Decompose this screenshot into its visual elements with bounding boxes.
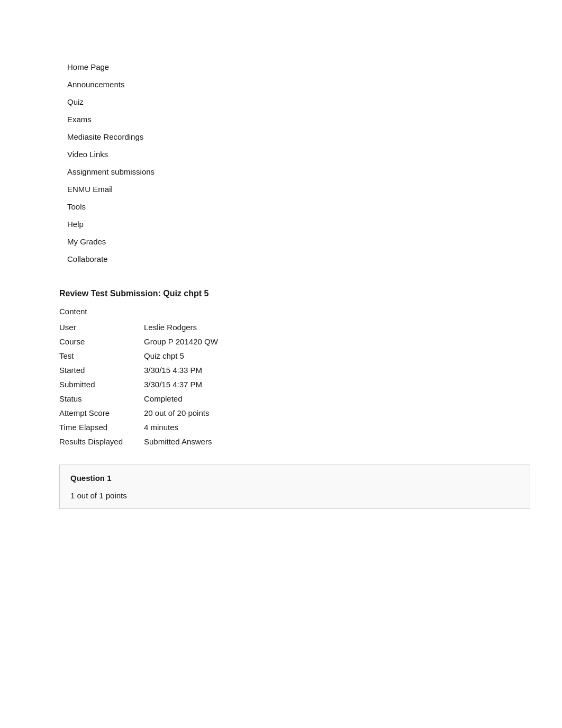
course-label: Course	[59, 337, 144, 346]
results-row: Results Displayed Submitted Answers	[59, 434, 530, 449]
elapsed-row: Time Elapsed 4 minutes	[59, 420, 530, 434]
status-label: Status	[59, 394, 144, 403]
test-value: Quiz chpt 5	[144, 351, 184, 360]
user-label: User	[59, 323, 144, 332]
elapsed-label: Time Elapsed	[59, 423, 144, 432]
submitted-row: Submitted 3/30/15 4:37 PM	[59, 377, 530, 392]
content-section: Review Test Submission: Quiz chpt 5 Cont…	[0, 289, 562, 509]
course-value: Group P 201420 QW	[144, 337, 218, 346]
nav-item-assignment-submissions[interactable]: Assignment submissions	[67, 163, 562, 180]
nav-item-collaborate[interactable]: Collaborate	[67, 250, 562, 268]
test-row: Test Quiz chpt 5	[59, 349, 530, 363]
content-label: Content	[59, 307, 530, 316]
started-row: Started 3/30/15 4:33 PM	[59, 363, 530, 377]
nav-item-my-grades[interactable]: My Grades	[67, 233, 562, 250]
status-value: Completed	[144, 394, 183, 403]
elapsed-value: 4 minutes	[144, 423, 178, 432]
nav-item-tools[interactable]: Tools	[67, 198, 562, 215]
submitted-label: Submitted	[59, 380, 144, 389]
attempt-row: Attempt Score 20 out of 20 points	[59, 406, 530, 420]
navigation-menu: Home PageAnnouncementsQuizExamsMediasite…	[0, 58, 562, 268]
question-box: Question 1 1 out of 1 points	[59, 465, 530, 509]
page-title: Review Test Submission: Quiz chpt 5	[59, 289, 530, 298]
nav-item-announcements[interactable]: Announcements	[67, 76, 562, 93]
nav-item-video-links[interactable]: Video Links	[67, 145, 562, 163]
status-row: Status Completed	[59, 392, 530, 406]
section-content-label: Content	[59, 307, 87, 316]
started-label: Started	[59, 366, 144, 375]
attempt-label: Attempt Score	[59, 408, 144, 417]
question-header: Question 1	[70, 474, 519, 483]
nav-item-exams[interactable]: Exams	[67, 111, 562, 128]
nav-item-quiz[interactable]: Quiz	[67, 93, 562, 111]
test-label: Test	[59, 351, 144, 360]
nav-item-home-page[interactable]: Home Page	[67, 58, 562, 76]
course-row: Course Group P 201420 QW	[59, 334, 530, 349]
nav-item-help[interactable]: Help	[67, 215, 562, 233]
results-value: Submitted Answers	[144, 437, 212, 446]
user-row: User Leslie Rodgers	[59, 320, 530, 334]
nav-item-mediasite-recordings[interactable]: Mediasite Recordings	[67, 128, 562, 145]
question-points: 1 out of 1 points	[70, 491, 519, 500]
results-label: Results Displayed	[59, 437, 144, 446]
submitted-value: 3/30/15 4:37 PM	[144, 380, 202, 389]
nav-item-enmu-email[interactable]: ENMU Email	[67, 180, 562, 198]
started-value: 3/30/15 4:33 PM	[144, 366, 202, 375]
user-value: Leslie Rodgers	[144, 323, 197, 332]
attempt-value: 20 out of 20 points	[144, 408, 209, 417]
